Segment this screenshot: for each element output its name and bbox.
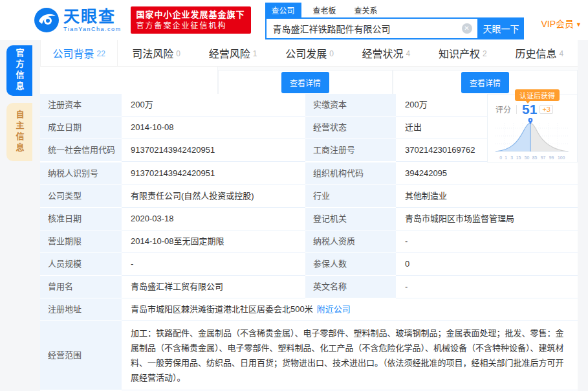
tab-count: 2 <box>483 49 487 58</box>
brand-name: 天眼查 <box>63 8 122 25</box>
field-value: 2014-10-08至无固定期限 <box>122 230 305 253</box>
table-row: 营业期限 2014-10-08至无固定期限 纳税人资质 - <box>40 230 578 253</box>
table-row: 公司类型 有限责任公司(自然人投资或控股) 行业 其他制造业 <box>40 185 578 208</box>
gov-badge-line2: 官方备案企业征信机构 <box>136 21 245 31</box>
score-value: 51 <box>522 102 537 116</box>
business-scope-text: 加工：铁路配件、金属制品（不含稀贵金属）、电子零部件、塑料制品、玻璃钢制品；金属… <box>122 321 578 390</box>
field-label: 组织机构代码 <box>305 162 396 185</box>
section-tabs: 公司背景22 司法风险0 经营风险1 公司发展0 经营状况4 知识产权2 历史信… <box>40 40 578 67</box>
field-value: 913702143942420951 <box>122 162 305 185</box>
table-row-address: 注册地址 青岛市城阳区棘洪滩街道港北社区居委会北500米附近公司 <box>40 298 578 321</box>
tab-company-background[interactable]: 公司背景22 <box>40 40 118 66</box>
tab-count: 0 <box>176 49 180 58</box>
caret-down-icon: ▼ <box>576 21 582 28</box>
risk-cell-left <box>40 67 218 94</box>
gov-badge-line1: 国家中小企业发展基金旗下 <box>136 9 245 21</box>
field-label: 实缴资本 <box>305 94 396 117</box>
field-label: 曾用名 <box>40 276 122 298</box>
field-value: 有限责任公司(自然人投资或控股) <box>122 185 305 208</box>
table-row: 成立日期 2014-10-08 经营状态 迁出 <box>40 117 487 139</box>
tab-count: 4 <box>559 49 563 58</box>
tab-history-info[interactable]: 历史信息4 <box>501 40 578 66</box>
field-label: 经营范围 <box>40 321 122 390</box>
site-header: 天眼查 TianYanCha.com 国家中小企业发展基金旗下 官方备案企业征信… <box>0 0 588 40</box>
field-value: 迁出 <box>396 117 487 139</box>
risk-summary-row: 查看详情 查看详情 <box>40 67 578 94</box>
certification-badge: 认证后获得 <box>515 89 560 101</box>
search-tab-boss[interactable]: 查老板 <box>307 3 343 17</box>
field-value: 394242095 <box>396 162 578 185</box>
field-label: 注册地址 <box>40 298 122 321</box>
view-details-button-2[interactable]: 查看详情 <box>461 72 509 93</box>
search-tabs: 查公司 查老板 查关系 <box>265 3 524 17</box>
field-value: 其他制造业 <box>396 185 578 208</box>
field-label: 行业 <box>305 185 396 208</box>
tab-count: 0 <box>329 49 334 58</box>
score-distribution-chart: 0131550859799100 <box>488 117 577 161</box>
field-value: 913702143942420951 <box>122 139 305 162</box>
table-row: 曾用名 青岛盛汇祥工贸有限公司 英文名称 - <box>40 276 578 298</box>
gov-certification-badge: 国家中小企业发展基金旗下 官方备案企业征信机构 <box>131 6 251 34</box>
business-info-bottom: 纳税人识别号 913702143942420951 组织机构代码 3942420… <box>40 162 578 390</box>
field-value: 2020-03-18 <box>122 208 305 230</box>
tianyancha-logo[interactable]: 天眼查 TianYanCha.com <box>34 7 122 33</box>
field-label: 工商注册号 <box>305 139 396 162</box>
field-label: 人员规模 <box>40 253 122 276</box>
field-label: 注册资本 <box>40 94 122 117</box>
table-row: 人员规模 - 参保人数 0 <box>40 253 578 276</box>
table-row: 注册资本 200万 实缴资本 200万 <box>40 94 487 117</box>
tab-operation-risk[interactable]: 经营风险1 <box>195 40 271 66</box>
brand-domain: TianYanCha.com <box>63 27 122 32</box>
field-value: 200万 <box>396 94 487 117</box>
field-label: 登记机关 <box>305 208 396 230</box>
search-area: 查公司 查老板 查关系 ✕ 天眼一下 <box>265 1 524 39</box>
table-row: 统一社会信用代码 913702143942420951 工商注册号 370214… <box>40 139 487 162</box>
search-button[interactable]: 天眼一下 <box>479 17 524 39</box>
vip-label: VIP会员 <box>541 19 574 29</box>
table-row: 纳税人识别号 913702143942420951 组织机构代码 3942420… <box>40 162 578 185</box>
tab-intellectual-property[interactable]: 知识产权2 <box>424 40 501 66</box>
score-label: 评分 <box>495 104 511 115</box>
field-value: 200万 <box>122 94 305 117</box>
tab-count: 1 <box>253 49 257 58</box>
tab-operation-status[interactable]: 经营状况4 <box>348 40 424 66</box>
field-label: 英文名称 <box>305 276 396 298</box>
field-label: 核准日期 <box>40 208 122 230</box>
table-row-business-scope: 经营范围 加工：铁路配件、金属制品（不含稀贵金属）、电子零部件、塑料制品、玻璃钢… <box>40 321 578 390</box>
field-value: - <box>396 276 578 298</box>
side-tab-official-info[interactable]: 官方信息 <box>6 45 32 96</box>
company-search-input[interactable] <box>265 17 479 39</box>
field-value: 青岛盛汇祥工贸有限公司 <box>122 276 305 298</box>
company-score-card: 认证后获得 评分 51 +3 <box>487 94 578 162</box>
field-value: 0 <box>396 253 578 276</box>
field-label: 经营状态 <box>305 117 396 139</box>
field-value: 青岛市城阳区市场监督管理局 <box>396 208 578 230</box>
field-label: 成立日期 <box>40 117 122 139</box>
score-axis-labels: 0131550859799100 <box>493 155 572 161</box>
view-details-button-1[interactable]: 查看详情 <box>281 72 329 93</box>
business-info-top: 注册资本 200万 实缴资本 200万 成立日期 2014-10-08 经营状态… <box>40 94 578 162</box>
field-label: 统一社会信用代码 <box>40 139 122 162</box>
side-tab-self-info[interactable]: 自主信息 <box>6 103 32 161</box>
score-bonus: +3 <box>539 105 553 114</box>
tab-company-development[interactable]: 公司发展0 <box>271 40 347 66</box>
tab-count: 22 <box>97 49 105 58</box>
field-label: 纳税人资质 <box>305 230 396 253</box>
table-row: 核准日期 2020-03-18 登记机关 青岛市城阳区市场监督管理局 <box>40 208 578 230</box>
tab-judicial-risk[interactable]: 司法风险0 <box>118 40 194 66</box>
field-label: 纳税人识别号 <box>40 162 122 185</box>
risk-cell-middle: 查看详情 <box>218 70 393 94</box>
field-value: 2014-10-08 <box>122 117 305 139</box>
tianyancha-logo-icon <box>34 7 60 33</box>
field-label: 公司类型 <box>40 185 122 208</box>
main-area: 官方信息 自主信息 公司背景22 司法风险0 经营风险1 公司发展0 经营状况4… <box>0 40 588 391</box>
search-tab-relation[interactable]: 查关系 <box>348 3 384 17</box>
vip-member-menu[interactable]: VIP会员▼ <box>541 17 582 30</box>
clear-input-icon[interactable]: ✕ <box>462 23 472 34</box>
company-panel: 公司背景22 司法风险0 经营风险1 公司发展0 经营状况4 知识产权2 历史信… <box>40 40 578 391</box>
nearby-companies-link[interactable]: 附近公司 <box>317 304 351 314</box>
search-tab-company[interactable]: 查公司 <box>265 3 301 17</box>
tab-count: 4 <box>406 49 411 58</box>
registered-address: 青岛市城阳区棘洪滩街道港北社区居委会北500米附近公司 <box>122 298 578 321</box>
field-label: 营业期限 <box>40 230 122 253</box>
